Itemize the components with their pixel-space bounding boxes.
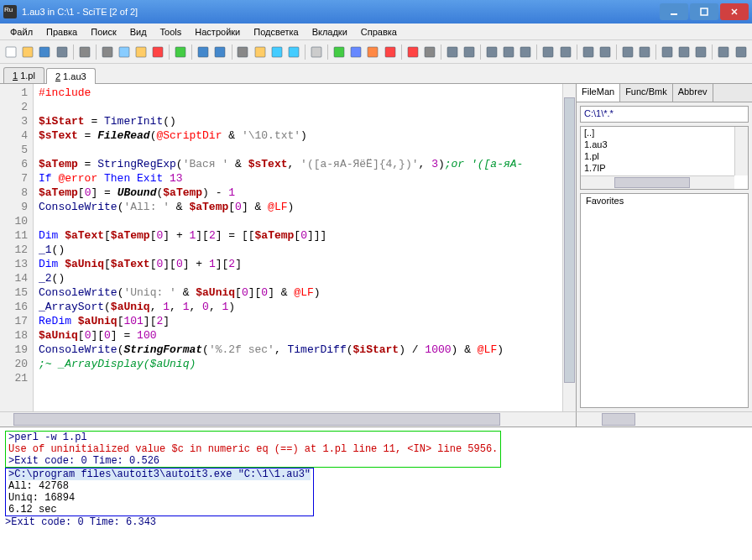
settings-icon[interactable]: [693, 44, 708, 60]
svg-rect-6: [80, 47, 90, 57]
zoom-in-icon[interactable]: [462, 44, 477, 60]
print-icon[interactable]: [77, 44, 92, 60]
box2-icon[interactable]: [501, 44, 516, 60]
side-horizontal-scrollbar[interactable]: [576, 411, 752, 427]
record-icon[interactable]: [405, 44, 420, 60]
titlebar: 1.au3 in C:\1 - SciTE [2 of 2]: [0, 0, 752, 24]
menu-вид[interactable]: Вид: [125, 25, 152, 39]
svg-rect-14: [238, 47, 248, 57]
box3-icon[interactable]: [518, 44, 533, 60]
t1-icon[interactable]: [716, 44, 731, 60]
close-button[interactable]: [720, 3, 749, 20]
svg-rect-10: [153, 47, 163, 57]
indent-icon[interactable]: [558, 44, 573, 60]
options-icon[interactable]: [422, 44, 437, 60]
find-icon[interactable]: [235, 44, 250, 60]
toolbar-separator: [169, 44, 170, 60]
file-item[interactable]: 1.pl: [581, 150, 748, 162]
editor-horizontal-scrollbar[interactable]: [0, 411, 576, 427]
svg-rect-26: [464, 47, 474, 57]
toggle-icon[interactable]: [309, 44, 324, 60]
code-editor[interactable]: 123456789101112131415161718192021 #inclu…: [0, 84, 576, 411]
toolbar-separator: [327, 44, 328, 60]
save-all-icon[interactable]: [54, 44, 69, 60]
paste-icon[interactable]: [133, 44, 149, 60]
side-panel: FileMan Func/Bmk Abbrev C:\1\*.* [..] 1.…: [576, 84, 752, 411]
outdent-icon[interactable]: [540, 44, 556, 60]
win2-icon[interactable]: [637, 44, 652, 60]
output-line: All: 42768: [8, 480, 69, 492]
tab-abbrev[interactable]: Abbrev: [673, 84, 713, 102]
maximize-button[interactable]: [690, 3, 718, 20]
tool2-icon[interactable]: [598, 44, 613, 60]
box1-icon[interactable]: [484, 44, 499, 60]
menu-файл[interactable]: Файл: [5, 25, 38, 39]
svg-rect-11: [175, 47, 185, 57]
stop-icon[interactable]: [382, 44, 397, 60]
svg-rect-29: [520, 47, 530, 57]
app-icon: [3, 5, 17, 18]
file-item[interactable]: 1.au3: [581, 139, 748, 150]
zoom-out-icon[interactable]: [445, 44, 460, 60]
scrollbar-thumb[interactable]: [13, 413, 500, 426]
scrollbar-thumb[interactable]: [564, 97, 575, 383]
svg-rect-2: [6, 47, 16, 57]
path-input[interactable]: C:\1\*.*: [580, 106, 749, 123]
menu-настройки[interactable]: Настройки: [190, 25, 245, 39]
file-parent[interactable]: [..]: [581, 127, 748, 139]
file-item[interactable]: 1.7IP: [581, 162, 748, 174]
new-icon[interactable]: [3, 44, 18, 60]
horizontal-scroll-row: [0, 411, 752, 427]
toolbar-separator: [305, 44, 306, 60]
svg-rect-31: [561, 47, 571, 57]
filelist-hscroll[interactable]: [581, 175, 734, 189]
code-content[interactable]: #include $iStart = TimerInit() $sText = …: [34, 84, 562, 411]
tab-funcbmk[interactable]: Func/Bmk: [620, 84, 673, 102]
file-list[interactable]: [..] 1.au3 1.pl 1.7IP: [580, 126, 749, 190]
menu-подсветка[interactable]: Подсветка: [248, 25, 303, 39]
tab-fileman[interactable]: FileMan: [577, 84, 620, 102]
run-icon[interactable]: [332, 44, 347, 60]
output-error-cont: in numeric eq (==) at 1.pl line 11, <IN>…: [184, 443, 498, 455]
svg-rect-25: [447, 47, 457, 57]
highlight-icon[interactable]: [173, 44, 188, 60]
menu-справка[interactable]: Справка: [356, 25, 402, 39]
bookmark-icon[interactable]: [286, 44, 301, 60]
build-icon[interactable]: [365, 44, 380, 60]
cut-icon[interactable]: [100, 44, 115, 60]
output-line: Uniq: 16894: [8, 492, 75, 504]
svg-rect-19: [334, 47, 344, 57]
t2-icon[interactable]: [734, 44, 749, 60]
replace-icon[interactable]: [253, 44, 268, 60]
scrollbar-thumb[interactable]: [614, 177, 690, 188]
editor-vertical-scrollbar[interactable]: [562, 84, 576, 411]
redo-icon[interactable]: [212, 44, 227, 60]
menu-правка[interactable]: Правка: [41, 25, 82, 39]
copy-icon[interactable]: [117, 44, 132, 60]
help2-icon[interactable]: [676, 44, 692, 60]
tool1-icon[interactable]: [581, 44, 596, 60]
favorites-panel[interactable]: Favorites: [580, 193, 749, 408]
help1-icon[interactable]: [660, 44, 675, 60]
svg-rect-32: [583, 47, 593, 57]
svg-rect-27: [487, 47, 497, 57]
svg-rect-13: [215, 47, 225, 57]
scrollbar-thumb[interactable]: [602, 413, 635, 426]
menu-вкладки[interactable]: Вкладки: [307, 25, 352, 39]
save-icon[interactable]: [37, 44, 52, 60]
output-panel[interactable]: >perl -w 1.plUse of uninitialized value …: [0, 427, 752, 560]
filelist-vscroll[interactable]: [734, 127, 748, 175]
menu-tools[interactable]: Tools: [155, 25, 187, 39]
menubar: ФайлПравкаПоискВидToolsНастройкиПодсветк…: [0, 24, 752, 40]
open-icon[interactable]: [20, 44, 35, 60]
goto-icon[interactable]: [269, 44, 285, 60]
minimize-button[interactable]: [660, 3, 688, 20]
file-tab[interactable]: 1 1.pl: [3, 67, 44, 83]
delete-icon[interactable]: [150, 44, 165, 60]
compile-icon[interactable]: [348, 44, 363, 60]
toolbar-separator: [577, 44, 577, 60]
menu-поиск[interactable]: Поиск: [86, 25, 121, 39]
file-tab[interactable]: 2 1.au3: [46, 68, 96, 84]
win1-icon[interactable]: [620, 44, 635, 60]
undo-icon[interactable]: [196, 44, 211, 60]
